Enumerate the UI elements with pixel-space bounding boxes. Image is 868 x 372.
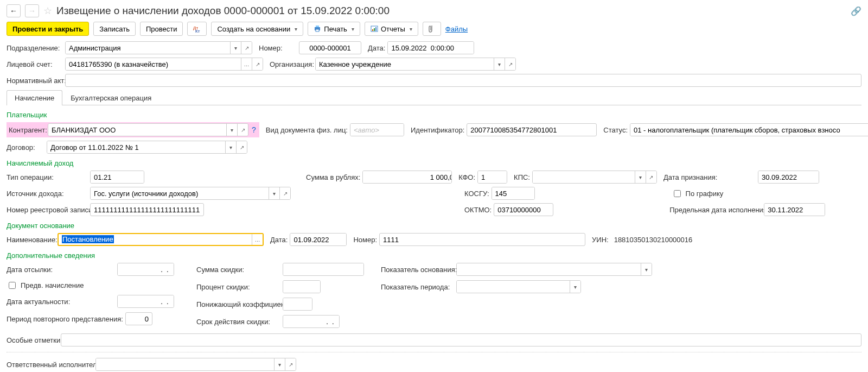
- open-icon[interactable]: ↗: [236, 141, 247, 153]
- op-type-label: Тип операции:: [7, 173, 88, 181]
- tab-accrual[interactable]: Начисление: [7, 90, 62, 105]
- actual-date-label: Дата актуальности:: [7, 298, 115, 306]
- normative-label: Нормативный акт:: [7, 77, 63, 85]
- basis-date-input[interactable]: [290, 234, 347, 245]
- date-input[interactable]: [388, 42, 474, 54]
- dropdown-icon[interactable]: ▾: [274, 358, 285, 370]
- oktmo-input[interactable]: [494, 203, 553, 216]
- subdivision-input[interactable]: [66, 42, 230, 54]
- notes-label: Особые отметки:: [7, 336, 59, 344]
- discount-term-input[interactable]: [283, 316, 340, 327]
- dropdown-icon[interactable]: ▾: [494, 58, 505, 70]
- svg-rect-7: [374, 28, 375, 31]
- status-input[interactable]: [630, 124, 868, 136]
- help-icon[interactable]: ?: [251, 125, 257, 134]
- normative-input[interactable]: [65, 74, 861, 87]
- responsible-label: Ответственный исполнитель:: [7, 361, 93, 369]
- org-label: Организация:: [270, 60, 313, 68]
- discount-sum-input[interactable]: [283, 263, 364, 275]
- basis-ind-input[interactable]: [457, 263, 641, 275]
- dropdown-icon[interactable]: ▾: [230, 42, 241, 54]
- create-based-button[interactable]: Создать на основании: [211, 22, 303, 36]
- deadline-input[interactable]: [764, 204, 825, 216]
- registry-input[interactable]: [90, 203, 204, 216]
- write-button[interactable]: Записать: [93, 22, 136, 36]
- source-input[interactable]: [91, 187, 269, 199]
- recog-date-input[interactable]: [758, 171, 819, 183]
- open-icon[interactable]: ↗: [285, 358, 296, 370]
- period-ind-input[interactable]: [457, 281, 570, 293]
- notes-input[interactable]: [61, 333, 861, 346]
- contract-input[interactable]: [47, 141, 225, 153]
- dtct-button[interactable]: ДтКт: [187, 22, 207, 36]
- repeat-input[interactable]: [125, 312, 152, 325]
- basis-number-label: Номер:: [353, 236, 377, 244]
- kosgu-input[interactable]: [492, 187, 535, 199]
- files-link[interactable]: Файлы: [445, 25, 468, 33]
- prelim-label: Предв. начисление: [21, 281, 84, 289]
- dropdown-icon[interactable]: ▾: [226, 124, 237, 136]
- date-label: Дата:: [368, 44, 385, 52]
- number-input[interactable]: [299, 41, 361, 54]
- forward-button[interactable]: →: [25, 4, 39, 17]
- dropdown-icon[interactable]: ▾: [225, 141, 236, 153]
- account-input[interactable]: [66, 58, 241, 70]
- svg-rect-4: [316, 29, 319, 31]
- attach-button[interactable]: [423, 22, 441, 36]
- open-icon[interactable]: ↗: [279, 187, 290, 199]
- toolbar: Провести и закрыть Записать Провести ДтК…: [7, 22, 861, 36]
- kps-input[interactable]: [533, 171, 635, 183]
- registry-label: Номер реестровой записи:: [7, 206, 88, 214]
- open-icon[interactable]: ↗: [237, 124, 248, 136]
- print-button[interactable]: Печать: [308, 22, 360, 36]
- ellipsis-icon[interactable]: …: [252, 234, 263, 245]
- kfo-input[interactable]: [478, 171, 507, 183]
- send-date-input[interactable]: [118, 263, 174, 275]
- counterparty-input[interactable]: [48, 124, 226, 136]
- dropdown-icon[interactable]: ▾: [570, 281, 580, 293]
- number-label: Номер:: [259, 44, 297, 52]
- open-icon[interactable]: ↗: [505, 58, 515, 70]
- identifier-input[interactable]: [467, 123, 597, 136]
- dropdown-icon[interactable]: ▾: [269, 187, 279, 199]
- period-ind-label: Показатель периода:: [381, 283, 454, 291]
- coef-input[interactable]: [283, 298, 312, 310]
- basis-name-input[interactable]: Постановление: [59, 234, 252, 245]
- printer-icon: [314, 26, 321, 32]
- actual-date-input[interactable]: [118, 295, 174, 307]
- discount-pct-input[interactable]: [283, 281, 321, 293]
- doc-type-label: Вид документа физ. лиц:: [266, 126, 348, 134]
- back-button[interactable]: ←: [7, 4, 21, 17]
- post-button[interactable]: Провести: [140, 22, 183, 36]
- kfo-label: КФО:: [458, 173, 475, 181]
- ellipsis-icon[interactable]: …: [241, 58, 252, 70]
- basis-ind-label: Показатель основания:: [381, 266, 454, 274]
- open-icon[interactable]: ↗: [646, 171, 656, 183]
- paperclip-icon: [429, 25, 435, 33]
- by-schedule-checkbox[interactable]: [674, 190, 681, 197]
- oktmo-label: ОКТМО:: [464, 206, 492, 214]
- reports-button[interactable]: Отчеты: [365, 22, 418, 36]
- favorite-star-icon[interactable]: ☆: [43, 5, 52, 17]
- responsible-input[interactable]: [96, 358, 274, 370]
- op-type-input[interactable]: [91, 171, 144, 183]
- tab-accounting[interactable]: Бухгалтерская операция: [62, 90, 159, 105]
- svg-rect-3: [316, 26, 319, 27]
- dropdown-icon[interactable]: ▾: [641, 263, 652, 275]
- sum-label: Сумма в рублях:: [306, 173, 360, 181]
- sum-input[interactable]: [363, 171, 452, 183]
- dropdown-icon[interactable]: ▾: [635, 171, 646, 183]
- open-icon[interactable]: ↗: [241, 42, 252, 54]
- org-input[interactable]: [316, 58, 494, 70]
- subdivision-label: Подразделение:: [7, 44, 63, 52]
- discount-pct-label: Процент скидки:: [196, 283, 280, 291]
- post-and-close-button[interactable]: Провести и закрыть: [7, 22, 89, 36]
- prelim-checkbox[interactable]: [9, 282, 16, 289]
- svg-rect-8: [375, 27, 376, 31]
- send-date-label: Дата отсылки:: [7, 266, 115, 274]
- doc-type-input[interactable]: [350, 124, 404, 136]
- link-icon[interactable]: 🔗: [851, 6, 861, 16]
- open-icon[interactable]: ↗: [252, 58, 263, 70]
- basis-number-input[interactable]: [379, 233, 585, 246]
- svg-rect-6: [372, 29, 373, 31]
